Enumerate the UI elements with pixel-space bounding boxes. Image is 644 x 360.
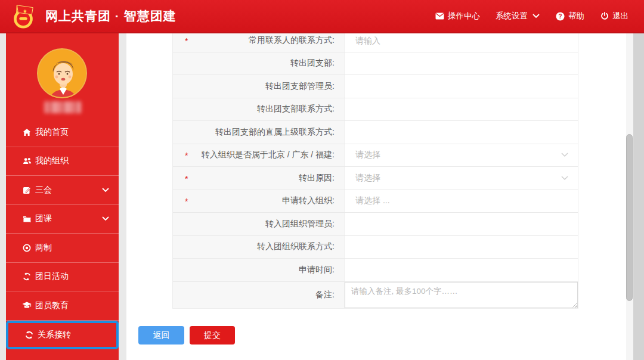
right-edge-strip [633, 33, 644, 360]
sidebar-item-label: 团课 [35, 213, 52, 224]
apply-time-value [345, 259, 578, 281]
sidebar-item-education[interactable]: 团员教育 [6, 291, 119, 321]
sidebar-item-tuanke[interactable]: 团课 [6, 205, 119, 234]
scrollbar-thumb[interactable] [626, 134, 633, 301]
app-header: 网上共青团 · 智慧团建 操作中心 系统设置 ? 帮助 [0, 0, 644, 33]
recycle-icon [22, 272, 32, 281]
field-label: 申请时间: [299, 265, 335, 275]
app-title: 网上共青团 · 智慧团建 [45, 8, 177, 24]
user-name-redacted [44, 101, 81, 113]
field-label: 常用联系人的联系方式: [249, 35, 335, 46]
field-label: 转出团支部管理员: [265, 81, 335, 92]
folder-icon [22, 214, 32, 224]
edit-icon [22, 185, 32, 195]
form-row: 转入团组织联系方式: [173, 236, 578, 259]
field-label: 转出团支部联系方式: [257, 104, 335, 114]
remark-cell [345, 282, 578, 308]
sidebar-item-home[interactable]: 我的首页 [6, 118, 119, 147]
sidebar-item-organization[interactable]: 我的组织 [6, 147, 119, 176]
sidebar-item-sanhui[interactable]: 三会 [6, 176, 119, 205]
out-branch-value [345, 52, 578, 75]
sidebar-item-relation-transfer[interactable]: 关系接转 [6, 321, 119, 350]
contact-method-input[interactable] [355, 36, 560, 45]
submit-button[interactable]: 提交 [190, 326, 235, 345]
chevron-down-icon [561, 153, 568, 157]
out-branch-contact-value [345, 98, 578, 121]
form-row: 备注: [173, 282, 578, 308]
picker-placeholder: 请选择 ... [355, 195, 390, 206]
field-value-cell [345, 33, 578, 52]
back-button[interactable]: 返回 [138, 326, 184, 345]
in-org-contact-value [345, 236, 578, 259]
sidebar-item-label: 我的组织 [35, 156, 69, 166]
required-marker: * [185, 197, 188, 207]
app-window: 网上共青团 · 智慧团建 操作中心 系统设置 ? 帮助 [0, 0, 644, 360]
system-settings-label: 系统设置 [496, 11, 528, 21]
sidebar-item-label: 关系接转 [38, 330, 71, 340]
operation-center-link[interactable]: 操作中心 [435, 11, 480, 21]
remark-textarea[interactable] [345, 282, 578, 308]
field-label: 转入团组织联系方式: [257, 241, 335, 252]
field-label: 转出团支部的直属上级联系方式: [215, 127, 335, 138]
sidebar-item-label: 三会 [35, 185, 52, 195]
avatar[interactable] [37, 48, 87, 98]
operation-center-label: 操作中心 [448, 11, 480, 21]
required-marker: * [185, 151, 188, 161]
field-label: 申请转入组织: [282, 195, 335, 206]
sidebar-item-label: 两制 [35, 243, 52, 253]
chevron-down-icon [531, 12, 540, 21]
sidebar: 我的首页 我的组织 三会 团课 [6, 33, 119, 360]
form-row: * 申请转入组织: 请选择 ... [173, 190, 578, 213]
sidebar-item-label: 我的首页 [35, 127, 69, 138]
sync-icon [24, 330, 34, 340]
form-row: * 常用联系人的联系方式: [173, 33, 578, 52]
help-link[interactable]: ? 帮助 [556, 11, 584, 21]
transfer-form: * 常用联系人的联系方式: 转出团支部: 转出团支部管理员: 转出团支部联系方式… [172, 33, 578, 309]
question-circle-icon: ? [556, 12, 565, 21]
select-placeholder: 请选择 [355, 150, 380, 160]
target-icon [22, 243, 32, 253]
form-row: * 转入组织是否属于北京 / 广东 / 福建: 请选择 [173, 144, 578, 167]
logout-label: 退出 [612, 11, 628, 21]
chevron-down-icon [102, 188, 109, 193]
sidebar-item-label: 团员教育 [35, 300, 69, 311]
form-row: 转出团支部的直属上级联系方式: [173, 121, 578, 144]
graduation-cap-icon [22, 301, 32, 311]
envelope-icon [435, 12, 444, 21]
sidebar-menu: 我的首页 我的组织 三会 团课 [6, 118, 119, 359]
help-label: 帮助 [568, 11, 584, 21]
target-organization-picker[interactable]: 请选择 ... [345, 190, 578, 213]
chevron-down-icon [102, 216, 109, 221]
system-settings-menu[interactable]: 系统设置 [496, 11, 540, 21]
svg-text:?: ? [558, 13, 562, 20]
region-select[interactable]: 请选择 [345, 144, 578, 167]
field-label: 转出原因: [299, 173, 335, 184]
form-row: 转入团组织管理员: [173, 213, 578, 236]
logout-link[interactable]: 退出 [600, 11, 628, 21]
sidebar-item-liangzhi[interactable]: 两制 [6, 234, 119, 263]
required-marker: * [185, 174, 188, 184]
form-row: 转出团支部联系方式: [173, 98, 578, 122]
chevron-down-icon [561, 176, 568, 181]
form-row: * 转出原因: 请选择 [173, 167, 578, 190]
field-label: 转入团组织管理员: [265, 219, 335, 229]
required-marker: * [185, 36, 188, 46]
home-icon [22, 128, 32, 137]
sidebar-item-activities[interactable]: 团日活动 [6, 263, 119, 292]
field-label: 转入组织是否属于北京 / 广东 / 福建: [202, 150, 335, 160]
main-content: * 常用联系人的联系方式: 转出团支部: 转出团支部管理员: 转出团支部联系方式… [126, 33, 626, 360]
form-row: 转出团支部管理员: [173, 75, 578, 98]
sidebar-item-label: 团日活动 [35, 271, 69, 282]
header-nav: 操作中心 系统设置 ? 帮助 退出 [435, 11, 644, 21]
in-org-admin-value [345, 213, 578, 235]
left-gutter [0, 33, 6, 360]
select-placeholder: 请选择 [355, 173, 380, 184]
field-label-cell: * 常用联系人的联系方式: [173, 33, 345, 52]
power-icon [600, 12, 609, 21]
form-row: 转出团支部: [173, 52, 578, 76]
out-branch-admin-value [345, 75, 578, 98]
transfer-reason-select[interactable]: 请选择 [345, 167, 578, 190]
form-row: 申请时间: [173, 259, 578, 282]
out-branch-superior-contact-value [345, 121, 578, 144]
league-emblem-logo [10, 2, 37, 30]
